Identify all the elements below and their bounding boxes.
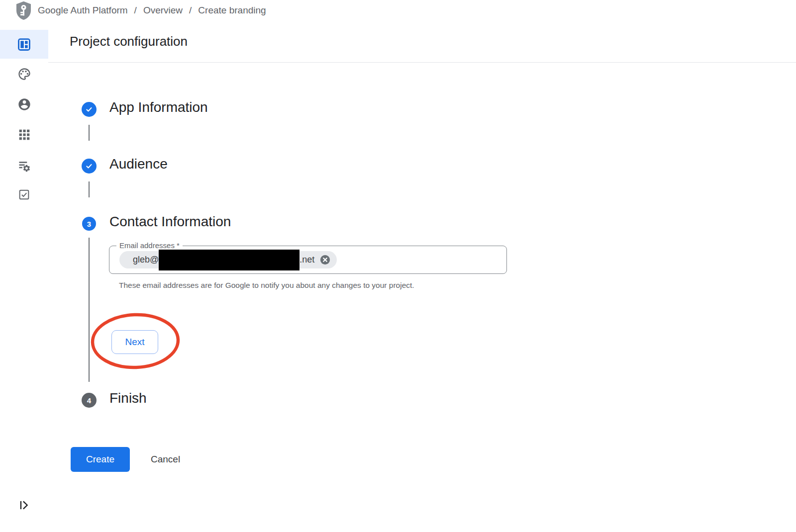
chip-remove-button[interactable] — [319, 254, 331, 266]
step-3-label: Contact Information — [109, 214, 231, 230]
page-title: Project configuration — [70, 34, 188, 49]
branding-palette-icon — [17, 67, 31, 81]
next-button[interactable]: Next — [111, 330, 158, 354]
step-4-label: Finish — [109, 390, 147, 406]
step-3-number: 3 — [87, 220, 91, 228]
sidebar-item-audience[interactable] — [0, 90, 48, 119]
email-chip-prefix: gleb@ — [133, 255, 159, 265]
breadcrumb-item-google-auth-platform[interactable]: Google Auth Platform — [38, 5, 128, 16]
sidebar-item-clients[interactable] — [0, 120, 48, 149]
step-connector — [89, 238, 90, 382]
data-access-icon — [17, 159, 31, 173]
breadcrumb-separator: / — [189, 5, 192, 16]
step-2-completed-check-icon — [82, 159, 97, 174]
sidebar-collapse-toggle[interactable] — [0, 495, 48, 515]
left-nav-sidebar — [0, 21, 49, 532]
cancel-button[interactable]: Cancel — [146, 447, 185, 472]
step-connector — [89, 125, 90, 141]
create-button[interactable]: Create — [71, 447, 130, 472]
sidebar-item-data-access[interactable] — [0, 152, 48, 180]
shield-key-icon — [14, 0, 33, 20]
breadcrumb-separator: / — [134, 5, 137, 16]
expand-panel-icon — [18, 499, 31, 512]
step-1-completed-check-icon — [82, 102, 97, 117]
breadcrumb-bar: Google Auth Platform / Overview / Create… — [0, 0, 796, 21]
clients-grid-icon — [18, 128, 31, 141]
sidebar-item-verification[interactable] — [0, 180, 48, 209]
email-field-label: Email addresses * — [116, 241, 183, 250]
breadcrumb-item-overview[interactable]: Overview — [143, 5, 183, 16]
step-2-label: Audience — [109, 156, 168, 172]
redacted-email-domain — [159, 250, 299, 270]
email-chip-suffix: .net — [299, 255, 314, 265]
chip-remove-x-icon — [319, 254, 331, 266]
step-4-number: 4 — [87, 396, 91, 405]
dashboard-icon — [17, 38, 31, 51]
step-3-number-badge: 3 — [82, 217, 96, 231]
google-auth-platform-page: Google Auth Platform / Overview / Create… — [0, 0, 796, 532]
email-chip: gleb@ .net — [119, 251, 337, 268]
main-content: Project configuration App Information Au… — [48, 21, 796, 532]
email-addresses-input[interactable]: gleb@ .net — [109, 246, 507, 274]
audience-person-icon — [17, 97, 31, 111]
breadcrumb: Google Auth Platform / Overview / Create… — [38, 5, 266, 16]
sidebar-item-overview[interactable] — [0, 30, 48, 59]
title-divider — [48, 62, 796, 63]
verification-checkbox-icon — [18, 188, 30, 201]
step-connector — [89, 181, 90, 197]
breadcrumb-item-create-branding: Create branding — [198, 5, 266, 16]
email-helper-text: These email addresses are for Google to … — [119, 278, 472, 292]
sidebar-item-branding[interactable] — [0, 60, 48, 89]
step-1-label: App Information — [109, 99, 208, 115]
step-4-number-badge: 4 — [82, 393, 97, 408]
